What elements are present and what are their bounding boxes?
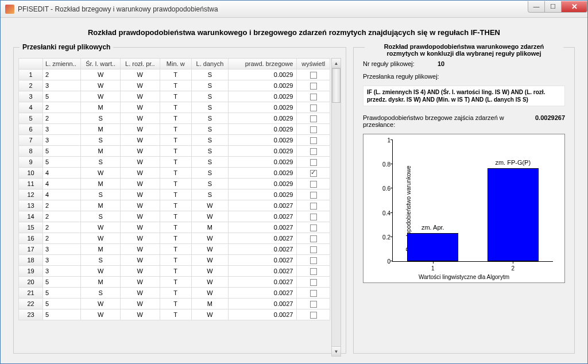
cell[interactable]: 0.0027: [228, 277, 296, 288]
cell[interactable]: S: [191, 135, 228, 146]
cell[interactable]: T: [160, 91, 191, 102]
cell[interactable]: W: [191, 309, 228, 320]
cell[interactable]: T: [160, 102, 191, 113]
scroll-up-button[interactable]: ▲: [332, 59, 341, 68]
scroll-down-button[interactable]: ▼: [332, 346, 341, 356]
cell[interactable]: 0.0027: [228, 211, 296, 222]
display-checkbox-cell[interactable]: [297, 146, 330, 157]
row-number[interactable]: 14: [19, 211, 43, 222]
cell[interactable]: W: [120, 69, 160, 80]
row-number[interactable]: 4: [19, 102, 43, 113]
cell[interactable]: 0.0029: [228, 189, 296, 200]
cell[interactable]: S: [81, 288, 121, 299]
col-lzmienn[interactable]: L. zmienn..: [43, 59, 81, 69]
row-number[interactable]: 1: [19, 69, 43, 80]
display-checkbox-cell[interactable]: [297, 299, 330, 309]
col-prawd[interactable]: prawd. brzegowe: [228, 59, 296, 69]
cell[interactable]: W: [120, 244, 160, 255]
cell[interactable]: W: [120, 124, 160, 135]
cell[interactable]: W: [81, 168, 121, 179]
table-row[interactable]: 42MWTS0.0029: [19, 102, 330, 113]
display-checkbox-cell[interactable]: [297, 102, 330, 113]
cell[interactable]: W: [120, 309, 160, 320]
minimize-button[interactable]: —: [528, 1, 545, 13]
cell[interactable]: W: [120, 255, 160, 266]
col-lrozl[interactable]: L. rozł. pr..: [120, 59, 160, 69]
cell[interactable]: M: [191, 299, 228, 309]
display-checkbox[interactable]: [310, 159, 317, 166]
cell[interactable]: W: [120, 211, 160, 222]
cell[interactable]: M: [81, 124, 121, 135]
table-row[interactable]: 205MWTW0.0027: [19, 277, 330, 288]
cell[interactable]: S: [191, 168, 228, 179]
row-number[interactable]: 2: [19, 80, 43, 91]
cell[interactable]: S: [81, 135, 121, 146]
cell[interactable]: 3: [43, 266, 81, 277]
cell[interactable]: T: [160, 69, 191, 80]
display-checkbox-cell[interactable]: [297, 309, 330, 320]
display-checkbox[interactable]: [310, 83, 317, 90]
cell[interactable]: 3: [43, 80, 81, 91]
display-checkbox-cell[interactable]: [297, 124, 330, 135]
cell[interactable]: 0.0029: [228, 179, 296, 189]
cell[interactable]: W: [120, 157, 160, 168]
display-checkbox[interactable]: [310, 301, 317, 308]
col-rownum[interactable]: [19, 59, 43, 69]
cell[interactable]: 0.0027: [228, 244, 296, 255]
display-checkbox[interactable]: [310, 279, 317, 286]
cell[interactable]: T: [160, 299, 191, 309]
cell[interactable]: W: [81, 309, 121, 320]
display-checkbox-cell[interactable]: [297, 233, 330, 244]
cell[interactable]: S: [81, 211, 121, 222]
display-checkbox-cell[interactable]: [297, 113, 330, 124]
cell[interactable]: 4: [43, 179, 81, 189]
cell[interactable]: W: [120, 222, 160, 233]
cell[interactable]: 5: [43, 157, 81, 168]
table-row[interactable]: 124SWTS0.0029: [19, 189, 330, 200]
cell[interactable]: S: [81, 113, 121, 124]
cell[interactable]: T: [160, 277, 191, 288]
table-row[interactable]: 73SWTS0.0029: [19, 135, 330, 146]
cell[interactable]: T: [160, 255, 191, 266]
row-number[interactable]: 15: [19, 222, 43, 233]
cell[interactable]: 0.0029: [228, 69, 296, 80]
display-checkbox[interactable]: [310, 104, 317, 111]
row-number[interactable]: 7: [19, 135, 43, 146]
cell[interactable]: T: [160, 157, 191, 168]
display-checkbox-cell[interactable]: [297, 200, 330, 211]
cell[interactable]: T: [160, 179, 191, 189]
cell[interactable]: 3: [43, 244, 81, 255]
display-checkbox[interactable]: [310, 126, 317, 133]
cell[interactable]: 5: [43, 288, 81, 299]
display-checkbox[interactable]: [310, 192, 317, 199]
cell[interactable]: 2: [43, 211, 81, 222]
cell[interactable]: 0.0027: [228, 222, 296, 233]
cell[interactable]: M: [81, 277, 121, 288]
cell[interactable]: W: [81, 266, 121, 277]
cell[interactable]: W: [120, 200, 160, 211]
display-checkbox[interactable]: [310, 224, 317, 231]
row-number[interactable]: 22: [19, 299, 43, 309]
row-number[interactable]: 20: [19, 277, 43, 288]
display-checkbox-cell[interactable]: [297, 211, 330, 222]
cell[interactable]: T: [160, 189, 191, 200]
cell[interactable]: 5: [43, 146, 81, 157]
col-minw[interactable]: Min. w: [160, 59, 191, 69]
cell[interactable]: 0.0027: [228, 200, 296, 211]
display-checkbox-cell[interactable]: [297, 157, 330, 168]
cell[interactable]: 0.0027: [228, 233, 296, 244]
cell[interactable]: T: [160, 288, 191, 299]
cell[interactable]: 0.0029: [228, 91, 296, 102]
row-number[interactable]: 17: [19, 244, 43, 255]
cell[interactable]: S: [191, 146, 228, 157]
cell[interactable]: W: [120, 179, 160, 189]
cell[interactable]: T: [160, 211, 191, 222]
table-row[interactable]: 225WWTM0.0027: [19, 299, 330, 309]
table-row[interactable]: 142SWTW0.0027: [19, 211, 330, 222]
cell[interactable]: W: [191, 288, 228, 299]
cell[interactable]: W: [81, 91, 121, 102]
cell[interactable]: S: [191, 80, 228, 91]
cell[interactable]: W: [120, 135, 160, 146]
display-checkbox[interactable]: [310, 214, 317, 220]
display-checkbox[interactable]: [310, 203, 317, 210]
